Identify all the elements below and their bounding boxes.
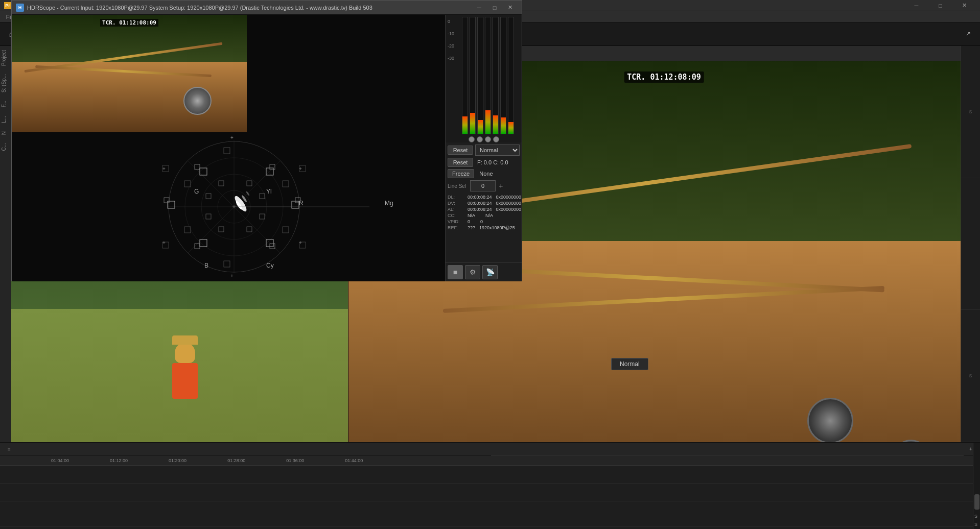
hdr-freeze-button[interactable]: Freeze	[448, 169, 474, 178]
hdrscope-titlebar: H HDRScope - Current Input: 1920x1080P@2…	[12, 1, 522, 15]
hdr-ref-val2: 1920x1080P@25	[479, 225, 515, 230]
libraries-tab[interactable]: L...	[0, 112, 8, 127]
svg-text:Mg: Mg	[385, 200, 393, 207]
scale-10: -10	[448, 31, 454, 36]
hdrscope-maximize[interactable]: □	[487, 3, 502, 13]
normal-badge-text: Normal	[620, 360, 640, 368]
svg-text:Cy: Cy	[266, 262, 274, 269]
hdrscope-right-panel: 0 -10 -20 -30	[445, 15, 522, 281]
meter-4	[485, 17, 491, 134]
normal-badge: Normal	[611, 358, 648, 370]
svg-text:+: +	[299, 240, 302, 246]
ruler-mark-2: 01:20:00	[169, 458, 186, 463]
hdr-cc-val: N/A	[468, 213, 475, 218]
tl-tracks-area	[0, 466, 980, 527]
hdr-reset-normal-row: Reset Normal	[448, 145, 520, 156]
hdr-stream-icon-btn[interactable]: 📡	[482, 265, 498, 279]
hdr-ref-label: REF:	[448, 225, 465, 230]
hdrscope-content: TCR. 01:12:08:09	[12, 15, 522, 281]
hdr-vpid-val2: 0	[480, 219, 483, 224]
ruler-mark-4: 01:36:00	[286, 458, 304, 463]
tl-track-1	[0, 466, 980, 484]
meter-scale: 0 -10 -20 -30	[448, 19, 454, 68]
meter-dots	[448, 134, 520, 145]
tl-settings-btn[interactable]: ≡	[4, 444, 14, 454]
hdrscope-title-text: HDRScope - Current Input: 1920x1080P@29.…	[27, 5, 472, 11]
hdr-al-time: 00:00:08;24	[468, 207, 492, 212]
hdr-bottom-icons: ■ ⚙ 📡	[446, 262, 522, 281]
hdr-none-label: None	[479, 171, 493, 177]
hdr-al-label: AL:	[448, 207, 465, 212]
hdr-dv-hex: 0x00000000	[496, 201, 522, 206]
hdr-status-area: DL: 00:00:08;24 0x00000000 DV: 00:00:08;…	[448, 195, 520, 230]
meter-1	[462, 17, 468, 134]
hdr-vpid-label: VPID:	[448, 219, 465, 224]
ruler-mark-5: 01:44:00	[345, 458, 363, 463]
meter-dot-3	[485, 136, 491, 142]
hdr-ref-val: ???	[468, 225, 475, 230]
hdr-reset1-button[interactable]: Reset	[448, 146, 473, 155]
timeline-scroll-s1: S	[974, 514, 977, 519]
hdrscope-minimize[interactable]: ─	[472, 3, 487, 13]
svg-text:R: R	[299, 200, 304, 207]
maximize-button[interactable]: □	[929, 0, 952, 11]
hdrscope-app-icon: H	[16, 4, 24, 12]
hdr-vpid-row: VPID: 0 0	[448, 219, 520, 224]
hdr-normal-select[interactable]: Normal	[475, 145, 520, 156]
hdr-reset2-button[interactable]: Reset	[448, 158, 473, 167]
tl-track-3	[0, 501, 980, 527]
tl-ruler-bar: 01:04:00 01:12:00 01:20:00 01:28:00 01:3…	[0, 455, 980, 466]
hdr-linesel-row: Line Sel +	[448, 180, 520, 191]
vectorscope-area: TCR. 01:12:08:09	[12, 15, 445, 281]
meter-dot-4	[493, 136, 499, 142]
tl-ruler-marks: 01:04:00 01:12:00 01:20:00 01:28:00 01:3…	[51, 458, 363, 463]
share-button[interactable]: ↗	[961, 26, 976, 41]
app-icon-text: Pr	[5, 3, 10, 8]
meters-container	[462, 17, 520, 134]
hdr-cc-label: CC:	[448, 213, 465, 218]
hdr-dl-row: DL: 00:00:08;24 0x00000000	[448, 195, 520, 200]
hdr-al-hex: 0x00000000	[496, 207, 522, 212]
hdr-dl-time: 00:00:08;24	[468, 195, 492, 200]
n-panel-tab[interactable]: N	[0, 127, 8, 139]
hdr-fc-label: F: 0.0 C: 0.0	[477, 159, 508, 165]
hdr-stop-icon-btn[interactable]: ■	[448, 265, 463, 279]
left-mini-panels: Project S: (Sp... F... L... N C...	[0, 46, 11, 442]
timeline-scroll-s2: S	[974, 522, 977, 527]
hdr-linesel-label: Line Sel	[448, 183, 466, 189]
hdr-settings-icon-btn[interactable]: ⚙	[465, 265, 480, 279]
hdr-preview: TCR. 01:12:08:09	[12, 15, 247, 132]
hdr-plus-label[interactable]: +	[499, 182, 503, 190]
close-button[interactable]: ✕	[953, 0, 976, 11]
waveform-right-panel: S S	[961, 46, 980, 442]
hdr-vpid-val: 0	[468, 219, 470, 224]
timeline-scrollbar-thumb[interactable]	[974, 494, 979, 510]
person-hat	[172, 335, 198, 345]
project-panel-tab[interactable]: Project	[0, 46, 8, 70]
tl-track-2	[0, 484, 980, 501]
hdr-dv-row: DV: 00:00:08;24 0x00000000	[448, 201, 520, 206]
c-panel-tab[interactable]: C...	[0, 139, 8, 155]
ruler-mark-3: 01:28:00	[227, 458, 245, 463]
reel1	[807, 398, 853, 444]
meter-5	[493, 17, 499, 134]
hdr-preview-content: TCR. 01:12:08:09	[12, 15, 247, 132]
hdr-cc-row: CC: N/A N/A	[448, 213, 520, 218]
scale-30: -30	[448, 56, 454, 61]
source-panel-tab[interactable]: S: (Sp...	[0, 70, 8, 97]
svg-text:+: +	[230, 135, 234, 140]
audio-meters: 0 -10 -20 -30	[446, 15, 522, 142]
hdrscope-close[interactable]: ✕	[502, 3, 518, 13]
hdr-dv-time: 00:00:08;24	[468, 201, 492, 206]
hdr-controls: Reset Normal Reset F: 0.0 C: 0.0 Freeze …	[446, 142, 522, 262]
hdr-preview-timecode: TCR. 01:12:08:09	[100, 19, 158, 27]
svg-text:+: +	[162, 240, 166, 246]
hdr-linesel-input[interactable]	[470, 180, 496, 191]
files-panel-tab[interactable]: F...	[0, 97, 8, 111]
meter-7	[508, 17, 514, 134]
minimize-button[interactable]: ─	[905, 0, 928, 11]
hdr-ref-row: REF: ??? 1920x1080P@25	[448, 225, 520, 230]
hdr-reset-fc-row: Reset F: 0.0 C: 0.0	[448, 158, 520, 167]
tl-ruler	[491, 443, 964, 455]
timeline-vscrollbar[interactable]: S S	[973, 443, 980, 529]
